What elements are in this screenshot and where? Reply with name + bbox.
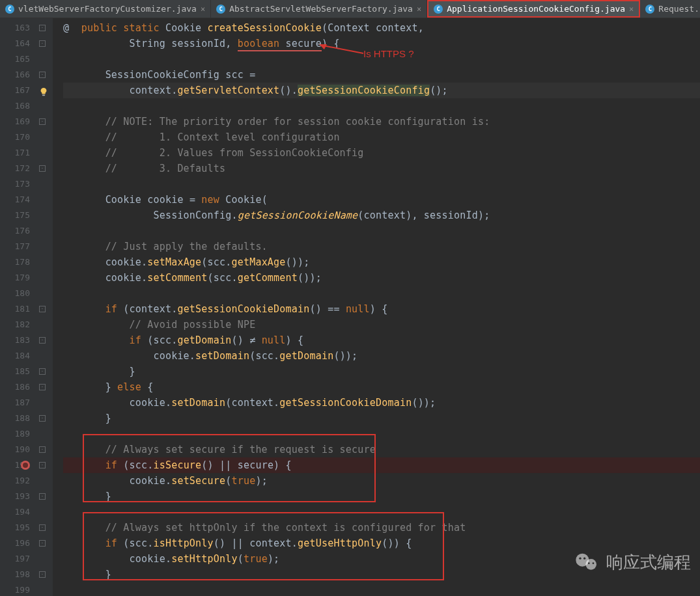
code-line[interactable] <box>63 426 700 442</box>
line-number[interactable]: 189 <box>0 426 36 442</box>
line-number[interactable]: 181 <box>0 301 36 317</box>
line-number[interactable]: 165 <box>0 51 36 67</box>
code-line[interactable]: } else { <box>63 379 700 395</box>
line-number[interactable]: 184 <box>0 348 36 364</box>
line-number[interactable]: 190 <box>0 442 36 457</box>
code-line[interactable]: // Always set httpOnly if the context is… <box>63 520 700 535</box>
line-number[interactable]: 199 <box>0 582 36 596</box>
line-number[interactable]: 177 <box>0 239 36 254</box>
line-number[interactable]: 198 <box>0 567 36 582</box>
line-number[interactable]: 197 <box>0 551 36 567</box>
line-number[interactable]: 188 <box>0 411 36 426</box>
line-number[interactable]: 194 <box>0 504 36 520</box>
code-line[interactable]: // 1. Context level configuration <box>63 129 700 145</box>
close-icon[interactable]: × <box>417 5 421 14</box>
code-line[interactable]: // Just apply the defaults. <box>63 239 700 254</box>
code-line[interactable]: String sessionId, boolean secure) { <box>63 36 700 51</box>
code-line[interactable] <box>63 176 700 192</box>
line-number[interactable]: 173 <box>0 176 36 192</box>
line-number[interactable]: 187 <box>0 395 36 411</box>
code-line[interactable]: cookie.setSecure(true); <box>63 473 700 489</box>
code-line[interactable]: cookie.setMaxAge(scc.getMaxAge()); <box>63 254 700 270</box>
fold-handle-icon[interactable]: - <box>39 368 46 375</box>
line-number[interactable]: 174 <box>0 192 36 208</box>
code-line[interactable]: SessionConfig.getSessionCookieName(conte… <box>63 208 700 223</box>
line-number[interactable]: 169 <box>0 114 36 129</box>
line-number[interactable]: 183 <box>0 332 36 348</box>
gutter-mark-cell: - <box>36 457 53 473</box>
fold-handle-icon[interactable]: - <box>39 337 46 344</box>
code-line[interactable]: } <box>63 489 700 504</box>
fold-handle-icon[interactable]: - <box>39 165 46 172</box>
code-line[interactable]: // Always set secure if the request is s… <box>63 442 700 457</box>
fold-handle-icon[interactable]: - <box>39 571 46 578</box>
code-line[interactable] <box>63 51 700 67</box>
fold-handle-icon[interactable]: - <box>39 415 46 422</box>
breakpoint-icon[interactable] <box>21 461 30 470</box>
line-number[interactable]: 171 <box>0 145 36 161</box>
code-line[interactable]: Cookie cookie = new Cookie( <box>63 192 700 208</box>
fold-handle-icon[interactable]: - <box>39 384 46 390</box>
code-line[interactable] <box>63 223 700 239</box>
line-number[interactable]: 167 <box>0 83 36 98</box>
fold-handle-icon[interactable]: - <box>39 540 46 547</box>
gutter-mark-cell <box>36 504 53 520</box>
code-line[interactable]: // 2. Values from SessionCookieConfig <box>63 145 700 161</box>
editor-tab[interactable]: CRequest.ja <box>640 0 700 18</box>
line-number[interactable]: 192 <box>0 473 36 489</box>
line-number[interactable]: 193 <box>0 489 36 504</box>
fold-handle-icon[interactable]: - <box>39 493 46 500</box>
code-line[interactable]: } <box>63 411 700 426</box>
code-line[interactable]: @ public static Cookie createSessionCook… <box>63 20 700 36</box>
line-number[interactable]: 191 <box>0 457 36 473</box>
code-line[interactable]: } <box>63 364 700 379</box>
editor-tab[interactable]: CApplicationSessionCookieConfig.java× <box>427 0 640 18</box>
fold-handle-icon[interactable]: - <box>39 446 46 453</box>
line-number[interactable]: 170 <box>0 129 36 145</box>
code-line[interactable] <box>63 504 700 520</box>
line-number[interactable]: 178 <box>0 254 36 270</box>
code-line[interactable]: if (scc.isSecure() || secure) { <box>63 457 700 473</box>
fold-handle-icon[interactable]: - <box>39 462 46 468</box>
line-number[interactable]: 180 <box>0 286 36 301</box>
line-number[interactable]: 163 <box>0 20 36 36</box>
fold-handle-icon[interactable]: - <box>39 118 46 125</box>
fold-handle-icon[interactable]: - <box>39 524 46 531</box>
fold-handle-icon[interactable]: - <box>39 40 46 47</box>
close-icon[interactable]: × <box>629 5 634 14</box>
line-number[interactable]: 164 <box>0 36 36 51</box>
line-number[interactable]: 166 <box>0 67 36 83</box>
line-number[interactable]: 185 <box>0 364 36 379</box>
code-area[interactable]: @ public static Cookie createSessionCook… <box>53 18 700 596</box>
code-line[interactable] <box>63 98 700 114</box>
code-line[interactable]: // Avoid possible NPE <box>63 317 700 332</box>
code-line[interactable]: cookie.setDomain(context.getSessionCooki… <box>63 395 700 411</box>
line-number[interactable]: 179 <box>0 270 36 286</box>
code-line[interactable]: if (context.getSessionCookieDomain() == … <box>63 301 700 317</box>
line-number[interactable]: 172 <box>0 161 36 176</box>
code-line[interactable] <box>63 286 700 301</box>
line-number[interactable]: 186 <box>0 379 36 395</box>
line-number[interactable]: 176 <box>0 223 36 239</box>
fold-handle-icon[interactable]: - <box>39 25 46 31</box>
intention-bulb-icon[interactable] <box>39 86 48 95</box>
code-line[interactable]: if (scc.getDomain() ≠ null) { <box>63 332 700 348</box>
code-line[interactable]: // NOTE: The priority order for session … <box>63 114 700 129</box>
line-number[interactable]: 182 <box>0 317 36 332</box>
code-line[interactable]: // 3. Defaults <box>63 161 700 176</box>
code-line[interactable]: SessionCookieConfig scc = <box>63 67 700 83</box>
editor-tab[interactable]: CAbstractServletWebServerFactory.java× <box>211 0 427 18</box>
code-line[interactable]: cookie.setDomain(scc.getDomain()); <box>63 348 700 364</box>
line-number[interactable]: 168 <box>0 98 36 114</box>
line-number[interactable]: 175 <box>0 208 36 223</box>
close-icon[interactable]: × <box>201 5 205 14</box>
editor-tab[interactable]: CvletWebServerFactoryCustomizer.java× <box>0 0 211 18</box>
code-line[interactable]: cookie.setComment(scc.getComment()); <box>63 270 700 286</box>
line-number[interactable]: 195 <box>0 520 36 535</box>
code-editor[interactable]: 1631641651661671681691701711721731741751… <box>0 18 700 596</box>
code-line[interactable]: context.getServletContext().getSessionCo… <box>63 83 700 98</box>
code-line[interactable] <box>63 582 700 596</box>
fold-handle-icon[interactable]: - <box>39 72 46 78</box>
line-number[interactable]: 196 <box>0 535 36 551</box>
fold-handle-icon[interactable]: - <box>39 306 46 312</box>
